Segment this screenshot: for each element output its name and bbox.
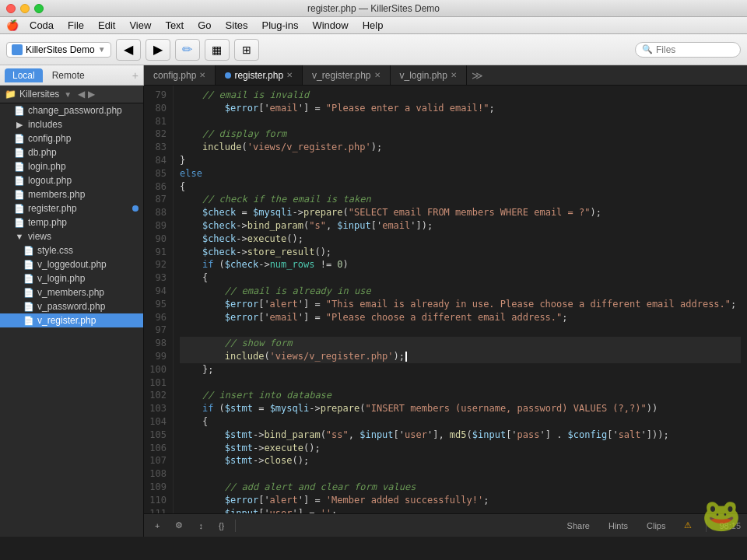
tab-v-login-php[interactable]: v_login.php ✕: [391, 65, 467, 85]
code-editor[interactable]: 7980818283 8485868788 8990919293 9495969…: [144, 86, 747, 513]
list-item[interactable]: 📄 v_login.php: [0, 271, 143, 285]
list-item-register[interactable]: 📄 register.php: [0, 201, 143, 215]
close-icon[interactable]: ✕: [374, 71, 381, 79]
folder-icon: ▼: [14, 232, 25, 241]
folder-label: views: [28, 231, 51, 242]
window-title: register.php — KillerSites Demo: [307, 3, 440, 14]
grid-btn[interactable]: ▦: [205, 39, 230, 61]
menu-window[interactable]: Window: [306, 18, 354, 33]
code-line: {: [180, 271, 741, 285]
list-item[interactable]: 📄 v_members.php: [0, 285, 143, 299]
toolbar-nav-forward[interactable]: ▶: [146, 39, 170, 61]
list-item[interactable]: 📄 logout.php: [0, 173, 143, 187]
toolbar-right: 🔍: [635, 42, 741, 58]
settings-icon[interactable]: ⚙: [170, 519, 188, 532]
list-item[interactable]: 📄 change_password.php: [0, 103, 143, 117]
menu-go[interactable]: Go: [191, 18, 217, 33]
menu-edit[interactable]: Edit: [92, 18, 121, 33]
folder-label: includes: [28, 119, 62, 130]
sidebar-tree: 📄 change_password.php ▶ includes 📄 confi…: [0, 103, 143, 537]
tab-remote[interactable]: Remote: [44, 68, 93, 82]
menu-text[interactable]: Text: [159, 18, 190, 33]
share-button[interactable]: Share: [563, 520, 594, 532]
toolbar-nav-back[interactable]: ◀: [116, 39, 141, 61]
menu-coda[interactable]: Coda: [23, 18, 60, 33]
code-line: // check if the email is taken: [180, 193, 741, 206]
code-line: include('views/v_register.php');: [180, 141, 741, 154]
sidebar-root-label: Killersites: [19, 89, 59, 100]
file-label: config.php: [28, 133, 71, 144]
code-line: $check->bind_param("s", $input['email'])…: [180, 219, 741, 233]
search-box[interactable]: 🔍: [635, 42, 741, 58]
menu-view[interactable]: View: [123, 18, 157, 33]
cursor-position: 98:15: [719, 521, 741, 530]
file-icon: 📄: [14, 190, 25, 200]
code-content[interactable]: // email is invalid $error['email'] = "P…: [174, 86, 747, 513]
code-line: [180, 376, 741, 390]
list-item[interactable]: 📄 members.php: [0, 187, 143, 201]
maximize-button[interactable]: [34, 4, 44, 13]
tab-label: v_login.php: [400, 70, 447, 81]
site-selector[interactable]: KillerSites Demo ▼: [6, 42, 111, 58]
apple-logo: 🍎: [6, 19, 19, 31]
nav-back-icon[interactable]: ◀: [78, 89, 85, 100]
code-line: }: [180, 154, 741, 167]
code-line: [180, 467, 741, 481]
code-line: if ($check->num_rows != 0): [180, 258, 741, 271]
sort-icon[interactable]: ↕: [194, 520, 208, 532]
close-icon[interactable]: ✕: [199, 71, 205, 79]
code-line: $input['user'] = '';: [180, 507, 741, 514]
close-button[interactable]: [6, 4, 16, 13]
menu-help[interactable]: Help: [356, 18, 390, 33]
nav-forward-icon[interactable]: ▶: [88, 89, 95, 100]
menu-file[interactable]: File: [61, 18, 90, 33]
file-label: login.php: [28, 161, 66, 172]
title-bar: register.php — KillerSites Demo: [0, 0, 747, 17]
pencil-btn[interactable]: ✏: [175, 39, 200, 61]
file-icon: 📄: [14, 176, 25, 186]
sidebar-header: 📁 Killersites ▼ ◀ ▶: [0, 86, 143, 103]
site-name: KillerSites Demo: [26, 44, 95, 55]
folder-icon: 📁: [5, 89, 16, 100]
code-line: // insert into database: [180, 389, 741, 402]
tab-register-php[interactable]: register.php ✕: [216, 65, 303, 85]
warning-icon[interactable]: ⚠: [679, 519, 696, 532]
close-icon[interactable]: ✕: [451, 71, 457, 79]
list-item[interactable]: 📄 v_password.php: [0, 299, 143, 313]
menu-bar: 🍎 Coda File Edit View Text Go Sites Plug…: [0, 17, 747, 34]
hints-button[interactable]: Hints: [604, 520, 633, 532]
list-item[interactable]: 📄 config.php: [0, 131, 143, 145]
code-line: // add alert and clear form values: [180, 481, 741, 494]
clips-button[interactable]: Clips: [642, 520, 670, 532]
close-icon[interactable]: ✕: [286, 71, 293, 79]
file-icon: 📄: [14, 162, 25, 172]
file-label: change_password.php: [28, 105, 122, 116]
list-item-v-register[interactable]: 📄 v_register.php: [0, 313, 143, 327]
list-item[interactable]: 📄 temp.php: [0, 215, 143, 229]
menu-sites[interactable]: Sites: [219, 18, 254, 33]
tab-v-register-php[interactable]: v_register.php ✕: [303, 65, 390, 85]
tabs-overflow[interactable]: ≫: [467, 66, 488, 85]
list-item[interactable]: 📄 v_loggedout.php: [0, 257, 143, 271]
format-icon[interactable]: {}: [214, 520, 229, 532]
file-label: logout.php: [28, 175, 72, 186]
list-item-views[interactable]: ▼ views: [0, 229, 143, 243]
file-icon: 📄: [14, 204, 25, 214]
list-item[interactable]: 📄 db.php: [0, 145, 143, 159]
tab-config-php[interactable]: config.php ✕: [144, 65, 216, 85]
toolbar-left: KillerSites Demo ▼ ◀ ▶ ✏ ▦ ⊞: [6, 39, 630, 61]
add-button[interactable]: +: [150, 520, 164, 532]
tab-local[interactable]: Local: [5, 68, 43, 82]
divider: [706, 520, 707, 532]
list-item[interactable]: ▶ includes: [0, 117, 143, 131]
minimize-button[interactable]: [20, 4, 30, 13]
add-file-icon[interactable]: +: [132, 69, 139, 82]
search-input[interactable]: [656, 44, 734, 55]
editor-tabs: config.php ✕ register.php ✕ v_register.p…: [144, 65, 747, 86]
terminal-btn[interactable]: ⊞: [234, 39, 259, 61]
list-item[interactable]: 📄 style.css: [0, 243, 143, 257]
file-icon: 📄: [14, 134, 25, 144]
code-line: $error['email'] = "Please enter a valid …: [180, 102, 741, 115]
list-item[interactable]: 📄 login.php: [0, 159, 143, 173]
menu-plugins[interactable]: Plug-ins: [255, 18, 304, 33]
